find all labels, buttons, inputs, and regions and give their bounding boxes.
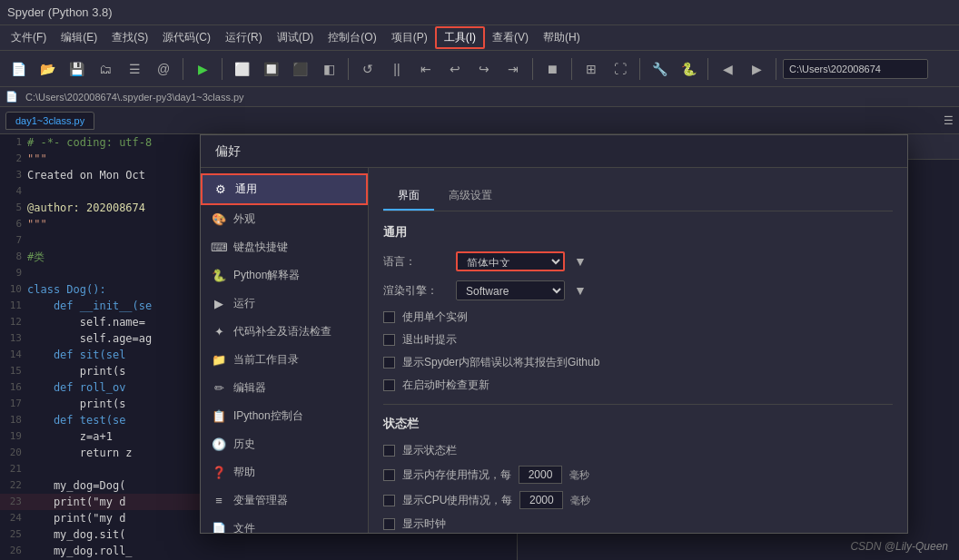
help-icon: ❓ [212, 466, 226, 480]
sep1 [183, 58, 183, 80]
back-btn[interactable]: ◀ [715, 56, 740, 82]
menu-run[interactable]: 运行(R) [218, 28, 270, 47]
menu-help[interactable]: 帮助(H) [536, 28, 588, 47]
sidebar-item-varexplorer[interactable]: ≡变量管理器 [201, 486, 368, 515]
grid-btn[interactable]: ⊞ [578, 56, 604, 82]
language-expand-icon[interactable]: ▼ [574, 254, 587, 269]
cb-cpu-box[interactable] [383, 495, 395, 506]
menu-debug[interactable]: 调试(D) [270, 28, 321, 47]
nav3-btn[interactable]: ↪ [471, 56, 497, 82]
dialog-body: ⚙通用🎨外观⌨键盘快捷键🐍Python解释器▶运行✦代码补全及语法检查📁当前工作… [201, 168, 907, 533]
at-btn[interactable]: @ [151, 56, 176, 82]
sidebar-item-shortcuts[interactable]: ⌨键盘快捷键 [201, 233, 368, 261]
python-icon: 🐍 [212, 269, 226, 283]
cb-show-clock-label: 显示时钟 [402, 516, 446, 532]
render-expand-icon[interactable]: ▼ [574, 283, 587, 298]
menu-edit[interactable]: 编辑(E) [54, 28, 104, 47]
sidebar-label-shortcuts: 键盘快捷键 [233, 240, 288, 255]
open-btn[interactable]: 📂 [35, 56, 60, 82]
sidebar-item-files[interactable]: 📄文件 [201, 515, 368, 533]
cb-show-statusbar: 显示状态栏 [383, 443, 893, 458]
file-tab-label: day1~3class.py [15, 115, 84, 126]
tools-btn[interactable]: 🔧 [647, 56, 672, 82]
editor-icon: ✏ [212, 381, 226, 396]
sep7 [707, 58, 708, 80]
title-bar-text: Spyder (Python 3.8) [7, 5, 113, 19]
dialog-content: 界面 高级设置 通用 语言： 简体中文 ▼ 渲染引擎： Software ▼ [369, 168, 907, 533]
stop-btn[interactable]: || [384, 56, 410, 82]
sidebar-item-completion[interactable]: ✦代码补全及语法检查 [201, 318, 368, 346]
sidebar-item-workdir[interactable]: 📁当前工作目录 [201, 346, 368, 374]
debug1-btn[interactable]: ⬜ [229, 56, 254, 82]
memory-spinner[interactable] [519, 466, 562, 484]
tab-interface[interactable]: 界面 [383, 182, 434, 211]
forward-btn[interactable]: ▶ [744, 56, 769, 82]
sidebar-item-python[interactable]: 🐍Python解释器 [201, 261, 368, 290]
sidebar-label-workdir: 当前工作目录 [233, 352, 299, 368]
sidebar-item-history[interactable]: 🕐历史 [201, 430, 368, 458]
cpu-spinner[interactable] [519, 491, 563, 509]
cb-memory-box[interactable] [383, 469, 395, 481]
python-btn[interactable]: 🐍 [676, 56, 701, 82]
debug2-btn[interactable]: 🔲 [258, 56, 283, 82]
render-select[interactable]: Software [456, 280, 565, 300]
cb-show-errors-box[interactable] [383, 357, 395, 368]
sidebar-label-varexplorer: 变量管理器 [233, 493, 288, 508]
menu-bar: 文件(F) 编辑(E) 查找(S) 源代码(C) 运行(R) 调试(D) 控制台… [0, 25, 959, 51]
sidebar-label-completion: 代码补全及语法检查 [233, 324, 331, 339]
statusbar-section-title: 状态栏 [383, 416, 893, 432]
menu-file[interactable]: 文件(F) [4, 28, 54, 47]
stop2-btn[interactable]: ⏹ [539, 56, 565, 82]
dialog-sidebar: ⚙通用🎨外观⌨键盘快捷键🐍Python解释器▶运行✦代码补全及语法检查📁当前工作… [201, 168, 369, 533]
cb-cpu-label: 显示CPU使用情况，每 [402, 493, 512, 508]
menu-project[interactable]: 项目(P) [384, 28, 435, 47]
file-tab-active[interactable]: day1~3class.py [5, 112, 94, 130]
cb-show-statusbar-box[interactable] [383, 445, 395, 457]
completion-icon: ✦ [212, 325, 226, 339]
cb-single-instance-box[interactable] [383, 311, 395, 323]
breadcrumb-bar: 📄 C:\Users\202008674\.spyder-py3\day1~3c… [0, 87, 959, 107]
appearance-icon: 🎨 [212, 212, 226, 227]
watermark: CSDN @Lily-Queen [850, 540, 948, 553]
sidebar-label-help: 帮助 [233, 465, 255, 480]
sidebar-item-help[interactable]: ❓帮助 [201, 458, 368, 486]
save-all-btn[interactable]: 🗂 [93, 56, 118, 82]
menu-console[interactable]: 控制台(O) [321, 28, 383, 47]
cb-quit-prompt-box[interactable] [383, 334, 395, 346]
menu-view[interactable]: 查看(V) [485, 28, 536, 47]
nav4-btn[interactable]: ⇥ [500, 56, 526, 82]
sidebar-item-appearance[interactable]: 🎨外观 [201, 205, 368, 233]
debug4-btn[interactable]: ◧ [316, 56, 341, 82]
history-icon: 🕐 [212, 437, 226, 452]
list-btn[interactable]: ☰ [122, 56, 147, 82]
sep6 [639, 58, 640, 80]
sidebar-label-editor: 编辑器 [233, 380, 266, 396]
nav1-btn[interactable]: ⇤ [413, 56, 439, 82]
debug3-btn[interactable]: ⬛ [287, 56, 312, 82]
cb-show-clock-box[interactable] [383, 518, 395, 530]
menu-search[interactable]: 查找(S) [104, 28, 155, 47]
menu-tools[interactable]: 工具(I) [435, 26, 485, 49]
sidebar-item-general[interactable]: ⚙通用 [201, 173, 368, 205]
path-input[interactable] [783, 59, 928, 79]
files-icon: 📄 [212, 522, 226, 534]
cb-single-instance-label: 使用单个实例 [402, 309, 468, 325]
expand-btn[interactable]: ⛶ [608, 56, 633, 82]
language-select[interactable]: 简体中文 [456, 251, 565, 271]
cb-show-errors-label: 显示Spyder内部错误以将其报告到Github [402, 355, 599, 370]
sidebar-item-run[interactable]: ▶运行 [201, 290, 368, 318]
run-btn[interactable]: ▶ [190, 56, 215, 82]
sidebar-item-editor[interactable]: ✏编辑器 [201, 374, 368, 402]
new-file-btn[interactable]: 📄 [5, 56, 31, 82]
tab-menu-btn[interactable]: ☰ [944, 114, 954, 127]
cb-check-updates-box[interactable] [383, 379, 395, 391]
save-btn[interactable]: 💾 [64, 56, 89, 82]
menu-source[interactable]: 源代码(C) [155, 28, 218, 47]
nav2-btn[interactable]: ↩ [442, 56, 468, 82]
tab-advanced[interactable]: 高级设置 [434, 182, 507, 211]
language-row: 语言： 简体中文 ▼ [383, 251, 893, 271]
undo-btn[interactable]: ↺ [355, 56, 381, 82]
sidebar-item-ipython[interactable]: 📋IPython控制台 [201, 402, 368, 430]
render-label: 渲染引擎： [383, 283, 447, 299]
sep3 [348, 58, 349, 80]
